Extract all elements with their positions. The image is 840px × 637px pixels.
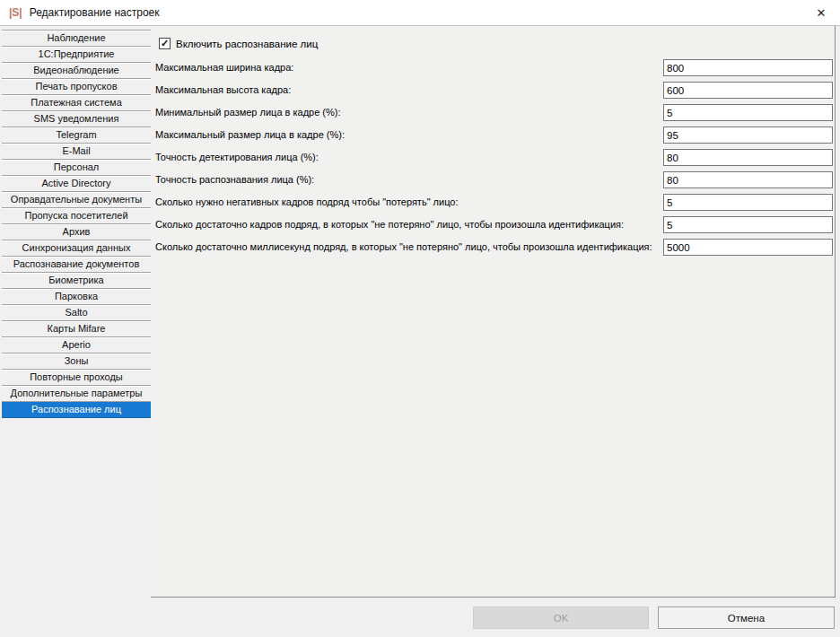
content-panel: ✓ Включить распознавание лиц Максимальна… — [151, 26, 836, 598]
field-input[interactable] — [663, 171, 833, 188]
sidebar-item[interactable]: Active Directory — [2, 176, 151, 192]
field-label: Максимальная высота кадра: — [155, 82, 291, 99]
checkbox-checked-icon[interactable]: ✓ — [159, 38, 171, 49]
sidebar-item[interactable]: Архив — [2, 224, 151, 240]
field-row: Минимальный размер лица в кадре (%): — [151, 104, 835, 121]
sidebar-item[interactable]: Наблюдение — [2, 31, 151, 47]
sidebar-item[interactable]: Синхронизация данных — [2, 240, 151, 257]
check-mark-icon: ✓ — [161, 39, 169, 48]
field-row: Максимальная высота кадра: — [151, 82, 835, 99]
field-row: Максимальная ширина кадра: — [151, 59, 835, 76]
sidebar-item[interactable]: 1С:Предприятие — [2, 47, 151, 63]
field-row: Максимальный размер лица в кадре (%): — [151, 127, 835, 144]
sidebar-item[interactable]: Salto — [2, 305, 151, 321]
field-input[interactable] — [663, 194, 833, 211]
field-input[interactable] — [663, 127, 833, 144]
field-label: Сколько достаточно кадров подряд, в кото… — [155, 216, 624, 233]
sidebar-tabs: Наблюдение1С:ПредприятиеВидеонаблюдениеП… — [2, 30, 151, 418]
close-icon[interactable]: ✕ — [802, 0, 840, 25]
sidebar-item[interactable]: Карты Mifare — [2, 321, 151, 337]
sidebar-item[interactable]: Парковка — [2, 289, 151, 305]
field-label: Сколько нужно негативных кадров подряд ч… — [155, 194, 459, 211]
sidebar-item[interactable]: Распознавание документов — [2, 257, 151, 273]
app-logo-icon: |S| — [9, 6, 22, 19]
sidebar-item[interactable]: Платежная система — [2, 95, 151, 111]
field-input[interactable] — [663, 216, 833, 233]
field-input[interactable] — [663, 104, 833, 121]
field-row: Сколько нужно негативных кадров подряд ч… — [151, 194, 835, 211]
field-input[interactable] — [663, 239, 833, 256]
field-label: Сколько достаточно миллисекунд подряд, в… — [155, 239, 652, 256]
title-bar: |S| Редактирование настроек ✕ — [0, 0, 840, 26]
field-input[interactable] — [663, 82, 833, 99]
cancel-button[interactable]: Отмена — [658, 606, 835, 629]
sidebar-item[interactable]: Биометрика — [2, 273, 151, 289]
field-input[interactable] — [663, 149, 833, 166]
settings-dialog: |S| Редактирование настроек ✕ Наблюдение… — [0, 0, 840, 637]
sidebar-item[interactable]: Пропуска посетителей — [2, 208, 151, 224]
sidebar-item[interactable]: Aperio — [2, 337, 151, 353]
field-label: Максимальный размер лица в кадре (%): — [155, 127, 345, 144]
field-row: Точность детектирования лица (%): — [151, 149, 835, 166]
sidebar-item[interactable]: E-Mail — [2, 144, 151, 160]
sidebar-item[interactable]: Повторные проходы — [2, 370, 151, 386]
field-label: Точность детектирования лица (%): — [155, 149, 319, 166]
sidebar-item[interactable]: Telegram — [2, 127, 151, 144]
field-row: Точность распознавания лица (%): — [151, 171, 835, 188]
sidebar-item[interactable]: Распознавание лиц — [2, 402, 151, 418]
window-title: Редактирование настроек — [30, 6, 160, 19]
sidebar-item[interactable]: Персонал — [2, 160, 151, 176]
sidebar-item[interactable]: Оправдательные документы — [2, 192, 151, 208]
ok-button[interactable]: OK — [473, 606, 649, 629]
field-label: Минимальный размер лица в кадре (%): — [155, 104, 341, 121]
field-input[interactable] — [663, 59, 833, 76]
field-row: Сколько достаточно кадров подряд, в кото… — [151, 216, 835, 233]
sidebar-item[interactable]: Видеонаблюдение — [2, 63, 151, 79]
sidebar-item[interactable]: SMS уведомления — [2, 111, 151, 127]
field-label: Максимальная ширина кадра: — [155, 59, 293, 76]
checkbox-label: Включить распознавание лиц — [176, 38, 318, 50]
sidebar-item[interactable]: Печать пропусков — [2, 79, 151, 95]
field-label: Точность распознавания лица (%): — [155, 171, 314, 188]
field-row: Сколько достаточно миллисекунд подряд, в… — [151, 239, 835, 256]
sidebar-item[interactable]: Дополнительные параметры — [2, 386, 151, 402]
sidebar-item[interactable]: Зоны — [2, 353, 151, 370]
